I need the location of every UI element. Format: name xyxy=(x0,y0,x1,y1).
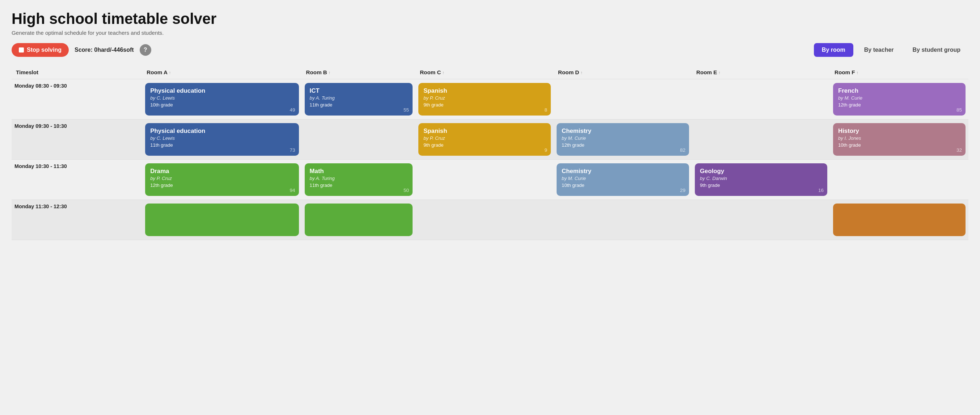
empty-cell xyxy=(305,123,413,156)
card-teacher: by M. Curie xyxy=(838,95,961,101)
card-subject: Spanish xyxy=(423,87,546,94)
page-title: High school timetable solver xyxy=(11,10,969,27)
page-subtitle: Generate the optimal schedule for your t… xyxy=(11,30,969,36)
empty-cell xyxy=(418,163,551,196)
help-button[interactable]: ? xyxy=(140,44,151,56)
lesson-card[interactable]: Chemistryby M. Curie12th grade82 xyxy=(557,123,689,156)
by-student-group-button[interactable]: By student group xyxy=(905,43,969,57)
lesson-card[interactable] xyxy=(145,204,299,236)
empty-cell xyxy=(557,204,689,236)
lesson-card[interactable]: Mathby A. Turing11th grade50 xyxy=(305,163,413,196)
card-grade: 9th grade xyxy=(700,182,822,188)
card-teacher: by C. Lewis xyxy=(150,95,293,101)
card-grade: 10th grade xyxy=(150,102,293,107)
toolbar: Stop solving Score: 0hard/-446soft ? By … xyxy=(11,43,969,57)
card-subject: Drama xyxy=(150,168,293,175)
card-grade: 12th grade xyxy=(150,182,293,188)
timeslot-cell: Monday 11:30 - 12:30 xyxy=(11,200,142,240)
cell-room_d-row1: Chemistryby M. Curie12th grade82 xyxy=(554,120,692,160)
stop-solving-button[interactable]: Stop solving xyxy=(11,43,69,57)
lesson-card[interactable]: Spanishby P. Cruz9th grade9 xyxy=(418,123,551,156)
score-label: Score: 0hard/-446soft xyxy=(75,47,134,53)
card-teacher: by P. Cruz xyxy=(423,95,546,101)
card-grade: 11th grade xyxy=(310,182,408,188)
card-grade: 10th grade xyxy=(562,182,684,188)
cell-room_d-row0 xyxy=(554,79,692,120)
cell-room_f-row3 xyxy=(830,200,969,240)
card-grade: 12th grade xyxy=(838,102,961,107)
card-teacher: by I. Jones xyxy=(838,136,961,141)
card-subject: Physical education xyxy=(150,128,293,135)
th-room-b[interactable]: Room B xyxy=(302,65,416,79)
card-teacher: by P. Cruz xyxy=(150,176,293,181)
th-room-f[interactable]: Room F xyxy=(830,65,969,79)
cell-room_a-row3 xyxy=(142,200,301,240)
lesson-card[interactable] xyxy=(833,204,966,236)
card-number: 16 xyxy=(818,188,824,193)
cell-room_f-row2 xyxy=(830,160,969,200)
empty-cell xyxy=(557,83,689,115)
card-teacher: by A. Turing xyxy=(310,95,408,101)
card-number: 9 xyxy=(545,147,547,153)
lesson-card[interactable]: Spanishby P. Cruz9th grade8 xyxy=(418,83,551,115)
card-number: 32 xyxy=(956,147,962,153)
card-teacher: by C. Lewis xyxy=(150,136,293,141)
by-teacher-button[interactable]: By teacher xyxy=(856,43,902,57)
lesson-card[interactable]: Historyby I. Jones10th grade32 xyxy=(833,123,966,156)
card-teacher: by C. Darwin xyxy=(700,176,822,181)
card-grade: 9th grade xyxy=(423,102,546,107)
card-number: 29 xyxy=(680,188,686,193)
card-subject: History xyxy=(838,128,961,135)
empty-cell xyxy=(695,123,827,156)
card-number: 49 xyxy=(290,107,295,113)
card-subject: Spanish xyxy=(423,128,546,135)
card-teacher: by M. Curie xyxy=(562,176,684,181)
timeslot-cell: Monday 09:30 - 10:30 xyxy=(11,120,142,160)
timeslot-cell: Monday 10:30 - 11:30 xyxy=(11,160,142,200)
lesson-card[interactable]: Chemistryby M. Curie10th grade29 xyxy=(557,163,689,196)
th-room-d[interactable]: Room D xyxy=(554,65,692,79)
cell-room_c-row1: Spanishby P. Cruz9th grade9 xyxy=(415,120,554,160)
cell-room_e-row1 xyxy=(692,120,830,160)
empty-cell xyxy=(833,163,966,196)
cell-room_e-row3 xyxy=(692,200,830,240)
stop-icon xyxy=(19,48,24,53)
stop-label: Stop solving xyxy=(27,47,62,53)
lesson-card[interactable] xyxy=(305,204,413,236)
card-teacher: by M. Curie xyxy=(562,136,684,141)
empty-cell xyxy=(695,83,827,115)
lesson-card[interactable]: Geologyby C. Darwin9th grade16 xyxy=(695,163,827,196)
cell-room_e-row0 xyxy=(692,79,830,120)
lesson-card[interactable]: Physical educationby C. Lewis10th grade4… xyxy=(145,83,299,115)
by-room-button[interactable]: By room xyxy=(814,43,853,57)
lesson-card[interactable]: Physical educationby C. Lewis11th grade7… xyxy=(145,123,299,156)
card-grade: 9th grade xyxy=(423,142,546,148)
th-room-c[interactable]: Room C xyxy=(415,65,554,79)
cell-room_a-row1: Physical educationby C. Lewis11th grade7… xyxy=(142,120,301,160)
lesson-card[interactable]: Dramaby P. Cruz12th grade94 xyxy=(145,163,299,196)
cell-room_b-row2: Mathby A. Turing11th grade50 xyxy=(302,160,416,200)
card-subject: Chemistry xyxy=(562,168,684,175)
th-room-a[interactable]: Room A xyxy=(142,65,301,79)
card-number: 85 xyxy=(956,107,962,113)
card-subject: French xyxy=(838,87,961,94)
cell-room_c-row3 xyxy=(415,200,554,240)
card-subject: Math xyxy=(310,168,408,175)
cell-room_f-row0: Frenchby M. Curie12th grade85 xyxy=(830,79,969,120)
th-timeslot: Timeslot xyxy=(11,65,142,79)
cell-room_a-row0: Physical educationby C. Lewis10th grade4… xyxy=(142,79,301,120)
card-subject: Geology xyxy=(700,168,822,175)
cell-room_c-row2 xyxy=(415,160,554,200)
cell-room_b-row3 xyxy=(302,200,416,240)
timeslot-cell: Monday 08:30 - 09:30 xyxy=(11,79,142,120)
lesson-card[interactable]: ICTby A. Turing11th grade55 xyxy=(305,83,413,115)
card-teacher: by P. Cruz xyxy=(423,136,546,141)
view-buttons: By room By teacher By student group xyxy=(814,43,969,57)
card-grade: 12th grade xyxy=(562,142,684,148)
lesson-card[interactable]: Frenchby M. Curie12th grade85 xyxy=(833,83,966,115)
cell-room_f-row1: Historyby I. Jones10th grade32 xyxy=(830,120,969,160)
cell-room_d-row2: Chemistryby M. Curie10th grade29 xyxy=(554,160,692,200)
empty-cell xyxy=(695,204,827,236)
cell-room_c-row0: Spanishby P. Cruz9th grade8 xyxy=(415,79,554,120)
th-room-e[interactable]: Room E xyxy=(692,65,830,79)
